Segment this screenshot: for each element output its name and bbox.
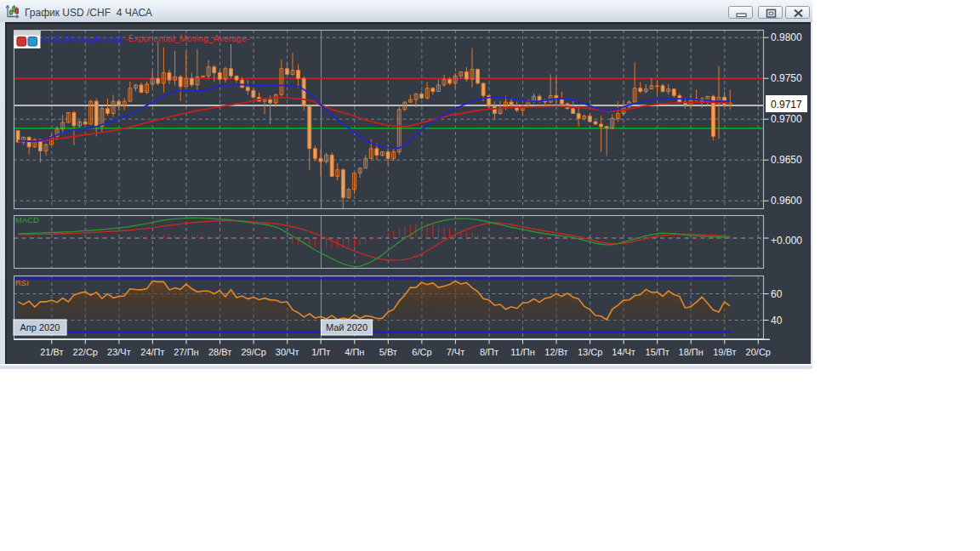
svg-text:MACD: MACD	[15, 215, 39, 224]
svg-text:20/Ср: 20/Ср	[746, 347, 771, 357]
svg-text:27/Пн: 27/Пн	[174, 347, 198, 357]
svg-text:19/Вт: 19/Вт	[713, 347, 736, 357]
svg-text:0.9700: 0.9700	[771, 113, 802, 125]
svg-text:13/Ср: 13/Ср	[578, 347, 602, 357]
svg-text:15/Пт: 15/Пт	[646, 347, 669, 357]
svg-text:0.9600: 0.9600	[771, 195, 802, 207]
svg-text:0.9717: 0.9717	[771, 99, 802, 111]
svg-text:ential_Moving_Average: ential_Moving_Average	[41, 33, 123, 43]
svg-text:Май 2020: Май 2020	[326, 322, 368, 332]
svg-text:0.9650: 0.9650	[771, 154, 802, 166]
svg-text:Апр 2020: Апр 2020	[20, 322, 60, 332]
svg-text:22/Ср: 22/Ср	[73, 347, 98, 357]
svg-text:24/Пт: 24/Пт	[140, 347, 164, 357]
svg-text:-Exponential_Moving_Average-: -Exponential_Moving_Average-	[125, 33, 249, 43]
svg-text:60: 60	[771, 288, 783, 300]
svg-text:4/Пн: 4/Пн	[345, 347, 364, 357]
svg-text:29/Ср: 29/Ср	[241, 347, 265, 357]
svg-text:23/Чт: 23/Чт	[107, 347, 131, 357]
svg-text:0.9800: 0.9800	[771, 31, 802, 43]
svg-text:18/Пн: 18/Пн	[679, 347, 704, 357]
svg-text:1/Пт: 1/Пт	[311, 347, 330, 357]
svg-text:8/Пт: 8/Пт	[480, 347, 499, 357]
svg-text:6/Ср: 6/Ср	[412, 347, 431, 357]
svg-text:30/Чт: 30/Чт	[276, 347, 299, 357]
svg-text:+0.000: +0.000	[771, 235, 802, 247]
svg-text:12/Вт: 12/Вт	[544, 347, 567, 357]
svg-text:28/Вт: 28/Вт	[208, 347, 231, 357]
svg-text:40: 40	[771, 315, 783, 327]
svg-text:RSI: RSI	[15, 278, 29, 287]
svg-text:5/Вт: 5/Вт	[379, 347, 397, 357]
svg-text:7/Чт: 7/Чт	[447, 347, 465, 357]
svg-text:11/Пн: 11/Пн	[510, 347, 534, 357]
svg-text:21/Вт: 21/Вт	[40, 347, 63, 357]
svg-text:14/Чт: 14/Чт	[612, 347, 635, 357]
svg-text:0.9750: 0.9750	[771, 72, 802, 84]
